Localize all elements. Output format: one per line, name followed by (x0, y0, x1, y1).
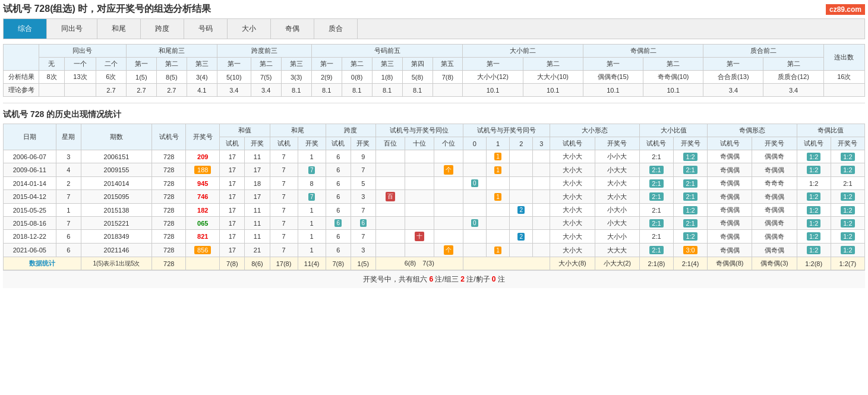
header-kuadu: 跨度前三 (217, 45, 311, 58)
baiwei-1 (375, 150, 405, 163)
shiwei-3 (405, 177, 434, 190)
hw-sj-2: 7 (270, 163, 298, 177)
dx-sj-5: 大小大 (550, 204, 595, 217)
th-hm1: 第一 (311, 58, 342, 71)
tm3-3 (533, 177, 550, 190)
th-qo2: 第二 (643, 58, 703, 71)
header-hewei: 和尾前三 (126, 45, 217, 58)
dx-sj-2: 大小大 (550, 163, 595, 177)
val-hw1: 1(5) (126, 71, 156, 84)
th-kd-kj: 开奖 (351, 137, 375, 150)
dx-sj-8: 大小大 (550, 244, 595, 257)
qo-kj-5: 奇偶偶 (752, 204, 797, 217)
th-kd-sj: 试机 (326, 137, 351, 150)
tab-haoma[interactable]: 号码 (184, 19, 228, 39)
tab-daxiao[interactable]: 大小 (228, 19, 271, 39)
th-hm4: 第四 (402, 58, 433, 71)
stats-note: 1(5)表示1出现5次 (81, 257, 151, 270)
th-tm0: 0 (463, 137, 486, 150)
hz-sj-7: 17 (220, 230, 245, 244)
tab-zhihe[interactable]: 质合 (314, 19, 358, 39)
ll-kd1: 3.4 (217, 84, 251, 97)
stats-hw-kj: 11(4) (298, 257, 326, 270)
tm0-3: 0 (463, 177, 486, 190)
val-hm2: 0(8) (342, 71, 372, 84)
val-liangge: 6次 (96, 71, 126, 84)
history-row-7: 2018-12-22 6 2018349 728 821 17 11 7 1 6… (4, 230, 865, 244)
stats-dx-kj: 小大大(2) (595, 257, 639, 270)
dx-sj-7: 大小大 (550, 230, 595, 244)
qo-kj-2: 奇偶偶 (752, 163, 797, 177)
period-8: 2021146 (81, 244, 151, 257)
tm0-6: 0 (463, 217, 486, 230)
date-3: 2014-01-14 (4, 177, 56, 190)
tm3-8 (533, 244, 550, 257)
hz-sj-3: 17 (220, 177, 245, 190)
tab-kuadu[interactable]: 跨度 (141, 19, 184, 39)
dr-kj-4: 2:1 (674, 190, 708, 204)
stats-qo-kj: 偶奇偶(3) (752, 257, 797, 270)
hw-kj-1: 1 (298, 150, 326, 163)
tab-qiou[interactable]: 奇偶 (271, 19, 314, 39)
kd-sj-1: 6 (326, 150, 351, 163)
date-1: 2006-06-07 (4, 150, 56, 163)
hw-kj-5: 1 (298, 204, 326, 217)
period-3: 2014014 (81, 177, 151, 190)
stats-kd-sj: 7(8) (326, 257, 351, 270)
date-4: 2015-04-12 (4, 190, 56, 204)
history-row-5: 2015-05-25 1 2015138 728 182 17 11 7 1 6… (4, 204, 865, 217)
hz-kj-2: 17 (245, 163, 270, 177)
val-zh2: 质质合(12) (763, 71, 823, 84)
tm2-2 (510, 163, 533, 177)
dx-kj-5: 小大小 (595, 204, 639, 217)
section-divider (3, 103, 865, 103)
qr-kj-8: 1:2 (831, 244, 864, 257)
dr-kj-5: 1:2 (674, 204, 708, 217)
th-liangge: 二个 (96, 58, 126, 71)
tm1-7 (486, 230, 509, 244)
th-baiwei: 百位 (375, 137, 405, 150)
th-hw1: 第一 (126, 58, 156, 71)
th-qiou-h: 奇偶形态 (708, 124, 797, 137)
history-row-6: 2015-08-16 7 2015221 728 065 17 11 7 1 6… (4, 217, 865, 230)
val-wu: 8次 (39, 71, 65, 84)
th-hm2: 第二 (342, 58, 372, 71)
top-bar: 试机号 728(组选) 时，对应开奖号的组选分析结果 cz89.com (3, 3, 865, 15)
hz-sj-1: 17 (220, 150, 245, 163)
th-dx2: 第二 (523, 58, 583, 71)
baiwei-8 (375, 244, 405, 257)
period-2: 2009155 (81, 163, 151, 177)
qr-kj-5: 1:2 (831, 204, 864, 217)
winning-6: 065 (186, 217, 220, 230)
kd-kj-1: 9 (351, 150, 375, 163)
dr-sj-8: 2:1 (639, 244, 673, 257)
dr-sj-5: 2:1 (639, 204, 673, 217)
tm2-6 (510, 217, 533, 230)
qo-kj-4: 奇偶偶 (752, 190, 797, 204)
qo-kj-1: 偶偶奇 (752, 150, 797, 163)
trial-8: 728 (152, 244, 186, 257)
tm0-5 (463, 204, 486, 217)
tab-hewei[interactable]: 和尾 (97, 19, 141, 39)
val-qo2: 奇奇偶(10) (643, 71, 703, 84)
val-dx1: 大小小(12) (463, 71, 523, 84)
tab-tongchu[interactable]: 同出号 (47, 19, 97, 39)
tm2-3 (510, 177, 533, 190)
th-hm3: 第三 (372, 58, 402, 71)
th-tm3: 3 (533, 137, 550, 150)
period-5: 2015138 (81, 204, 151, 217)
date-8: 2021-06-05 (4, 244, 56, 257)
th-hz-kj: 开奖 (245, 137, 270, 150)
ll-lianchu (823, 84, 864, 97)
winning-5: 182 (186, 204, 220, 217)
kd-sj-6: 6 (326, 217, 351, 230)
val-zh1: 合合质(13) (703, 71, 763, 84)
history-row-8: 2021-06-05 6 2021146 728 856 17 21 7 1 6… (4, 244, 865, 257)
tm0-8 (463, 244, 486, 257)
th-hz-sj: 试机 (220, 137, 245, 150)
header-haoma: 号码前五 (311, 45, 463, 58)
th-dr-kj: 开奖号 (674, 137, 708, 150)
tab-comprehensive[interactable]: 综合 (4, 19, 47, 39)
ll-qo2: 10.1 (643, 84, 703, 97)
hz-kj-3: 18 (245, 177, 270, 190)
